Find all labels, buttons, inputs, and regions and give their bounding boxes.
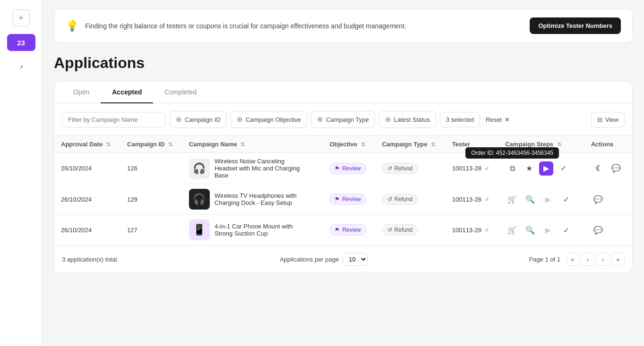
sort-icon-id: ⇅ (168, 142, 172, 147)
sort-icon-type: ⇅ (431, 142, 435, 147)
refund-icon: ↺ (387, 165, 392, 172)
tester-id: 100113-28 (452, 165, 481, 172)
plus-circle-icon-2: ⊕ (237, 115, 243, 124)
next-page-button[interactable]: › (596, 253, 610, 266)
page-info: Page 1 of 1 (529, 256, 560, 263)
search-icon[interactable]: 🔍 (523, 192, 537, 206)
cart-icon[interactable]: 🛒 (505, 223, 519, 237)
objective-badge: ⚑ Review (329, 194, 366, 205)
gender-icon: ♂ (484, 165, 489, 172)
plus-circle-icon-4: ⊕ (385, 115, 391, 124)
sidebar-external-link[interactable]: ↗ (7, 59, 35, 76)
col-objective[interactable]: Objective ⇅ (323, 136, 375, 153)
table-row: 26/10/2024 129 🎧 Wireless TV Headphones … (54, 184, 632, 215)
cell-campaign-id: 127 (120, 215, 182, 245)
page-nav: « ‹ › » (566, 253, 625, 266)
external-link-icon: ↗ (18, 64, 24, 71)
refund-icon: ↺ (387, 196, 392, 203)
gender-icon: ♂ (484, 226, 489, 234)
video-disabled-icon[interactable]: ▶ (541, 192, 555, 206)
total-count: 3 application(s) total. (62, 256, 119, 263)
order-id-tooltip: Order ID: 452-3463456-3456345 (471, 150, 553, 156)
star-icon[interactable]: ★ (522, 161, 536, 176)
cell-tester: 100113-28 ♂ (446, 215, 499, 245)
message-icon[interactable]: 💬 (591, 192, 605, 206)
cell-campaign-id: 129 (120, 184, 182, 215)
sidebar-add-button[interactable]: + (13, 9, 30, 26)
tabs-row: Open Accepted Completed (54, 82, 632, 103)
close-icon: ✕ (505, 116, 510, 123)
campaign-type-filter[interactable]: ⊕ Campaign Type (311, 111, 375, 128)
tab-open[interactable]: Open (62, 82, 101, 103)
sidebar-badge[interactable]: 23 (7, 34, 35, 51)
objective-badge: ⚑ Review (329, 224, 366, 236)
tab-accepted[interactable]: Accepted (101, 82, 153, 103)
search-icon[interactable]: 🔍 (523, 223, 537, 237)
review-icon: ⚑ (335, 227, 340, 233)
type-badge: ↺ Refund (382, 194, 418, 205)
prev-page-button[interactable]: ‹ (581, 253, 594, 266)
col-campaign-type[interactable]: Campaign Type ⇅ (376, 136, 446, 153)
review-icon: ⚑ (335, 196, 340, 203)
cell-objective: ⚑ Review (323, 215, 375, 245)
check-icon[interactable]: ✓ (556, 161, 570, 176)
applications-container: Open Accepted Completed ⊕ Campaign ID ⊕ … (54, 81, 633, 273)
cell-campaign-type: ↺ Refund (376, 215, 446, 245)
sort-icon-obj: ⇅ (361, 142, 365, 147)
search-input[interactable] (62, 112, 166, 127)
objective-badge: ⚑ Review (329, 163, 366, 174)
type-badge: ↺ Refund (382, 224, 418, 236)
sidebar-count: 23 (17, 39, 25, 47)
col-campaign-id[interactable]: Campaign ID ⇅ (120, 136, 182, 153)
product-image: 📱 (189, 219, 210, 240)
campaign-id-filter[interactable]: ⊕ Campaign ID (170, 111, 227, 128)
tab-completed[interactable]: Completed (153, 82, 208, 103)
last-page-button[interactable]: » (611, 253, 625, 266)
col-campaign-name[interactable]: Campaign Name ⇅ (182, 136, 323, 153)
reset-button[interactable]: Reset ✕ (484, 113, 512, 126)
cell-campaign-name: 📱 4-in-1 Car Phone Mount with Strong Suc… (182, 215, 323, 245)
view-button[interactable]: ⊟ View (591, 112, 625, 127)
plus-circle-icon: ⊕ (176, 115, 182, 124)
cell-actions: 💬 (584, 184, 632, 215)
latest-status-filter[interactable]: ⊕ Latest Status (379, 111, 436, 128)
cell-approval-date: 26/10/2024 (54, 184, 120, 215)
video-disabled-icon[interactable]: ▶ (541, 223, 555, 237)
banner-text: Finding the right balance of testers or … (85, 22, 523, 30)
cell-tester: 100113-28 ♂ (446, 184, 499, 215)
message-icon[interactable]: 💬 (591, 223, 605, 237)
cell-approval-date: 26/10/2024 (54, 153, 120, 184)
gender-icon: ♂ (484, 195, 489, 203)
cell-objective: ⚑ Review (323, 184, 375, 215)
per-page-label: Applications per page (280, 256, 339, 263)
applications-table: Approval Date ⇅ Campaign ID ⇅ Campaign N… (54, 135, 632, 245)
video-icon[interactable]: ▶ (539, 161, 553, 176)
sort-icon-steps: ⇅ (557, 142, 561, 147)
page-info-group: Page 1 of 1 « ‹ › » (529, 253, 625, 266)
euro-icon[interactable]: € (591, 161, 605, 176)
col-approval-date[interactable]: Approval Date ⇅ (54, 136, 120, 153)
table-row: 26/10/2024 127 📱 4-in-1 Car Phone Mount … (54, 215, 632, 245)
cart-icon[interactable]: 🛒 (505, 192, 519, 206)
message-icon[interactable]: 💬 (609, 161, 623, 176)
campaign-objective-filter[interactable]: ⊕ Campaign Objective (231, 111, 307, 128)
check-icon[interactable]: ✓ (559, 192, 573, 206)
page-title: Applications (54, 54, 633, 72)
sidebar: + 23 ↗ (0, 0, 43, 346)
optimize-button[interactable]: Optimize Tester Numbers (530, 17, 621, 34)
sort-icon-name: ⇅ (240, 142, 245, 147)
cell-campaign-steps: Order ID: 452-3463456-3456345 ⧉ ★ ▶ ✓ (498, 153, 584, 184)
check-icon[interactable]: ✓ (559, 223, 573, 237)
per-page-selector: Applications per page 10 25 50 (280, 253, 368, 266)
cell-campaign-steps: 🛒 🔍 ▶ ✓ (498, 184, 584, 215)
cell-campaign-id: 126 (120, 153, 182, 184)
cell-campaign-steps: 🛒 🔍 ▶ ✓ (498, 215, 584, 245)
copy-icon[interactable]: ⧉ (505, 161, 519, 176)
cell-campaign-type: ↺ Refund (376, 184, 446, 215)
review-icon: ⚑ (335, 165, 340, 172)
cell-campaign-type: ↺ Refund (376, 153, 446, 184)
per-page-select[interactable]: 10 25 50 (343, 253, 368, 266)
cell-approval-date: 26/10/2024 (54, 215, 120, 245)
tester-id: 100113-28 (452, 227, 481, 234)
first-page-button[interactable]: « (566, 253, 579, 266)
